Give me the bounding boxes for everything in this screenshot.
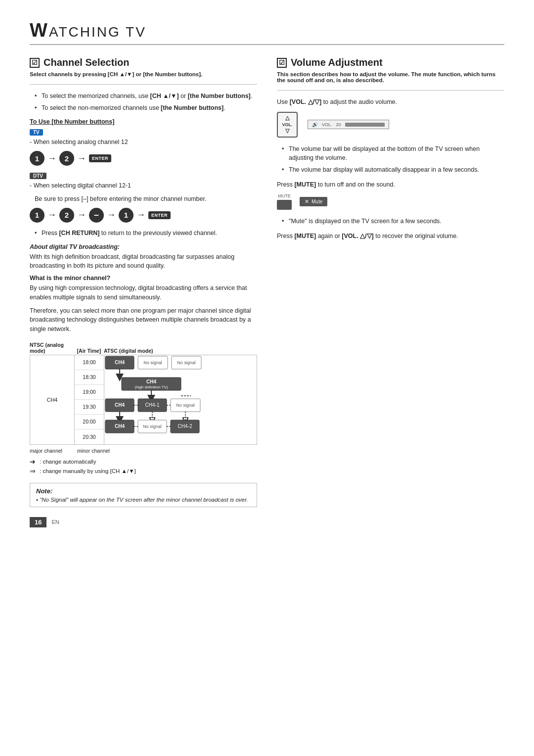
airtime-label: [Air Time]: [74, 348, 104, 354]
time-2030: 20:30: [75, 429, 104, 444]
dash-symbol: –: [89, 208, 104, 223]
svg-text:No signal: No signal: [176, 403, 195, 408]
mute-label-top: MUTE: [278, 193, 291, 198]
digit-1: 1: [30, 151, 44, 166]
enter-button: ENTER: [89, 154, 111, 162]
dtv-note2: Be sure to press [–] before entering the…: [35, 194, 257, 204]
volume-section-title: ☑ Volume Adjustment: [277, 57, 504, 68]
svg-text:CH4: CH4: [115, 402, 125, 408]
mute-note: "Mute" is displayed on the TV screen for…: [282, 217, 504, 226]
vol-text-label: VOL.: [322, 122, 332, 127]
minor-channel-label: minor channel: [77, 448, 110, 454]
vol-use-text: Use [VOL. △/▽] to adjust the audio volum…: [277, 97, 504, 107]
tv-note: - When selecting analog channel 12: [30, 138, 257, 147]
dtv-note: - When selecting digital channel 12-1: [30, 181, 257, 190]
atsc-diagram-svg: CH4 No signal No signal CH4 (high defini…: [104, 355, 243, 444]
vol-number: 20: [336, 122, 341, 127]
ntsc-column: CH4: [30, 355, 75, 444]
volume-subtitle: This section describes how to adjust the…: [277, 71, 504, 83]
atsc-label: ATSC (digital mode): [104, 348, 153, 354]
vol-bullet-2: The volume bar display will automaticall…: [282, 165, 504, 174]
arrow-icon: →: [77, 153, 86, 164]
time-2000: 20:00: [75, 415, 104, 429]
svg-text:CH4: CH4: [146, 379, 156, 384]
ntsc-label: NTSC (analog mode): [30, 342, 74, 354]
vol-bar-display: 🔊 VOL. 20: [308, 120, 389, 129]
channel-section-title: ☑ Channel Selection: [30, 57, 257, 68]
checkbox-icon-vol: ☑: [277, 58, 287, 68]
mute-note-list: "Mute" is displayed on the TV screen for…: [282, 217, 504, 226]
vol-icon: 🔊: [312, 122, 318, 127]
svg-text:No signal: No signal: [143, 424, 162, 429]
tv-badge: TV: [30, 129, 43, 136]
channel-selection-column: ☑ Channel Selection Select channels by p…: [30, 57, 257, 527]
arrow-legend: ➔ : change automatically ⇒ : change manu…: [30, 458, 257, 475]
tv-channel-diagram: 1 → 2 → ENTER: [30, 151, 257, 166]
bullet-item: To select the non-memorized channels use…: [35, 103, 257, 112]
time-column: 18:00 18:30 19:00 19:30 20:00 20:30: [75, 355, 104, 444]
page-footer: 16 EN: [30, 517, 257, 527]
time-1830: 18:30: [75, 370, 104, 385]
arrow-icon: →: [77, 210, 86, 220]
minor-heading: What is the minor channel?: [30, 275, 257, 282]
dtv-channel-diagram: 1 → 2 → – → 1 → ENTER: [30, 208, 257, 223]
vol-bullets: The volume bar will be displayed at the …: [282, 144, 504, 174]
broadcast-diagram: NTSC (analog mode) [Air Time] ATSC (digi…: [30, 342, 257, 454]
minor-text2: Therefore, you can select more than one …: [30, 306, 257, 334]
ch-return-item: Press [CH RETURN] to return to the previ…: [35, 229, 257, 237]
vol-label: VOL.: [282, 122, 292, 127]
main-content: ☑ Channel Selection Select channels by p…: [30, 57, 504, 527]
channel-legend: major channel minor channel: [30, 448, 257, 454]
arrow-icon: →: [47, 153, 56, 164]
mute-press-text: Press [MUTE] to turn off and on the soun…: [277, 180, 504, 189]
svg-text:No signal: No signal: [177, 360, 196, 365]
page-title: WATCHING TV: [30, 20, 504, 41]
broadcast-header: NTSC (analog mode) [Air Time] ATSC (digi…: [30, 342, 257, 354]
note-title: Note:: [36, 487, 251, 495]
solid-arrow-icon: ➔: [30, 458, 36, 466]
time-1930: 19:30: [75, 400, 104, 415]
svg-text:CH4-1: CH4-1: [145, 402, 160, 408]
digit-2: 2: [59, 208, 74, 223]
page-lang: EN: [51, 519, 59, 525]
bullet-item: To select the memorized channels, use [C…: [35, 92, 257, 100]
svg-text:No signal: No signal: [143, 360, 162, 365]
digit-1: 1: [30, 208, 44, 223]
dtv-badge: DTV: [30, 173, 46, 179]
time-1800: 18:00: [75, 355, 104, 370]
mute-x-icon: ✕: [305, 198, 309, 205]
channel-subtitle: Select channels by pressing [CH ▲/▼] or …: [30, 71, 257, 77]
minor-text1: By using high compression technology, di…: [30, 284, 257, 302]
arrow-icon: →: [107, 210, 116, 220]
dtv-badge-container: DTV: [30, 172, 257, 181]
tv-badge-container: TV: [30, 128, 257, 138]
arrow-icon: →: [136, 210, 145, 220]
recover-text: Press [MUTE] again or [VOL. △/▽] to reco…: [277, 232, 504, 241]
vol-button-area: △ VOL. ▽ 🔊 VOL. 20: [277, 112, 504, 138]
checkbox-icon: ☑: [30, 58, 40, 68]
digit-2: 2: [59, 151, 74, 166]
mute-area: MUTE ✕ Mute: [277, 193, 504, 210]
atsc-column: CH4 No signal No signal CH4 (high defini…: [104, 355, 257, 444]
digit-1b: 1: [119, 208, 134, 223]
svg-text:CH4-2: CH4-2: [178, 424, 192, 429]
vol-bullet-1: The volume bar will be displayed at the …: [282, 144, 504, 162]
major-channel-label: major channel: [30, 448, 62, 454]
section-divider: [30, 84, 257, 85]
svg-text:CH4: CH4: [115, 424, 125, 429]
hollow-arrow-legend: ⇒ : change manually by using [CH ▲/▼]: [30, 467, 257, 475]
number-buttons-label: To Use [the Number buttons]: [30, 118, 257, 125]
enter-button: ENTER: [148, 211, 171, 219]
page-number: 16: [30, 517, 46, 527]
hollow-arrow-icon: ⇒: [30, 467, 36, 475]
broadcast-table: CH4 18:00 18:30 19:00 19:30 20:00 20:30: [30, 355, 257, 445]
solid-arrow-legend: ➔ : change automatically: [30, 458, 257, 466]
channel-bullets: To select the memorized channels, use [C…: [35, 92, 257, 112]
mute-remote-group: MUTE: [277, 193, 292, 210]
volume-section-column: ☑ Volume Adjustment This section describ…: [277, 57, 504, 527]
svg-text:CH4: CH4: [115, 360, 125, 365]
mute-button: [277, 200, 292, 210]
ntsc-channel: CH4: [46, 397, 57, 403]
about-text: With its high definition broadcast, digi…: [30, 252, 257, 271]
about-heading: About digital TV broadcasting:: [30, 243, 257, 250]
